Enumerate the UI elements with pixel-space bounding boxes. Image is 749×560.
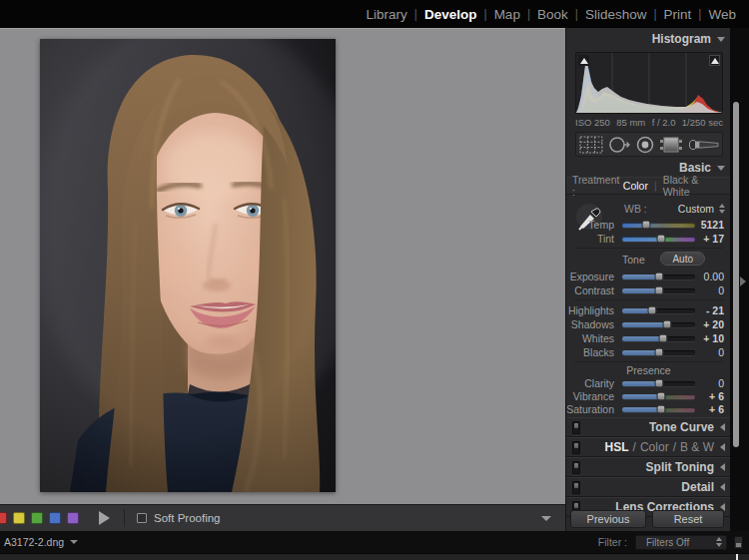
panel-button-row: Previous Reset — [566, 509, 731, 529]
label-swatch-red[interactable] — [0, 512, 7, 524]
previous-button[interactable]: Previous — [570, 510, 646, 528]
temp-slider-thumb[interactable] — [642, 221, 651, 230]
saturation-label: Saturation — [566, 403, 618, 415]
basic-title: Basic — [679, 161, 711, 175]
photo-preview[interactable] — [40, 39, 336, 492]
soft-proofing-checkbox[interactable] — [137, 513, 147, 523]
collapse-triangle-icon — [717, 166, 725, 171]
panel-toggle-switch[interactable] — [572, 461, 580, 474]
shadows-slider-row: Shadows + 20 — [566, 317, 731, 331]
module-separator: | — [696, 7, 703, 21]
spot-removal-icon[interactable] — [608, 136, 630, 154]
module-separator: | — [525, 7, 532, 21]
adjustment-brush-icon[interactable] — [689, 137, 719, 153]
label-swatch-purple[interactable] — [67, 512, 79, 524]
tone-curve-panel-header[interactable]: Tone Curve — [566, 417, 731, 437]
histogram-panel-header[interactable]: Histogram — [566, 30, 731, 48]
whites-label: Whites — [566, 332, 618, 344]
label-swatch-blue[interactable] — [49, 512, 61, 524]
contrast-slider-thumb[interactable] — [654, 286, 663, 295]
whites-slider-thumb[interactable] — [658, 334, 667, 343]
shadows-slider-thumb[interactable] — [662, 320, 671, 329]
expand-triangle-icon — [720, 443, 725, 451]
wb-label: WB : — [624, 203, 647, 215]
filter-dropdown[interactable]: Filters Off — [635, 535, 727, 550]
blacks-slider[interactable] — [622, 350, 695, 355]
tint-label: Tint — [566, 233, 618, 245]
label-swatch-yellow[interactable] — [13, 512, 25, 524]
shadows-value: + 20 — [699, 318, 731, 330]
shadows-slider[interactable] — [622, 322, 695, 327]
filter-value: Filters Off — [646, 537, 689, 548]
filmstrip-filter-switch[interactable] — [734, 536, 743, 549]
right-edge-strip — [730, 28, 749, 531]
vibrance-slider-row: Vibrance + 6 — [566, 389, 731, 403]
panel-toggle-switch[interactable] — [572, 481, 580, 494]
current-filename: A3172-2.dng — [4, 536, 64, 548]
saturation-slider-thumb[interactable] — [656, 405, 665, 414]
filter-spinner-icon — [716, 537, 722, 547]
module-library[interactable]: Library — [362, 7, 412, 22]
play-icon[interactable] — [99, 511, 110, 525]
treatment-color-option[interactable]: Color — [623, 180, 648, 192]
contrast-slider[interactable] — [622, 288, 695, 293]
module-book[interactable]: Book — [532, 7, 573, 22]
hsl-panel-header[interactable]: HSL / Color / B & W — [566, 437, 731, 457]
highlight-clipping-indicator[interactable] — [709, 55, 720, 66]
panel-show-hide-arrow-icon[interactable] — [740, 277, 746, 286]
whites-slider[interactable] — [622, 336, 695, 341]
red-eye-correction-icon[interactable] — [636, 136, 654, 154]
graduated-filter-icon[interactable] — [660, 136, 684, 154]
module-picker: Library | Develop | Map | Book | Slidesh… — [0, 0, 749, 28]
saturation-slider[interactable] — [622, 407, 695, 412]
panel-toggle-switch[interactable] — [572, 421, 580, 434]
presence-section-header: Presence — [566, 364, 731, 376]
hsl-bw-option[interactable]: B & W — [680, 440, 714, 454]
filename-menu[interactable]: A3172-2.dng — [4, 536, 78, 548]
vibrance-slider-thumb[interactable] — [656, 392, 665, 401]
vibrance-value: + 6 — [699, 390, 731, 402]
shadow-clipping-indicator[interactable] — [578, 55, 589, 66]
panel-scrollbar[interactable] — [733, 102, 739, 447]
tone-section-header: Tone Auto — [566, 252, 731, 268]
exposure-slider-row: Exposure 0.00 — [566, 270, 731, 283]
wb-preset-dropdown[interactable]: Custom — [678, 203, 725, 215]
temp-slider[interactable] — [622, 223, 695, 228]
split-toning-panel-header[interactable]: Split Toning — [566, 457, 731, 477]
wb-value: Custom — [678, 203, 714, 215]
exposure-slider[interactable] — [622, 275, 695, 280]
clarity-value: 0 — [699, 377, 731, 389]
highlights-label: Highlights — [566, 304, 618, 316]
tint-slider-thumb[interactable] — [656, 235, 665, 244]
panel-toggle-switch[interactable] — [572, 441, 580, 454]
hsl-title[interactable]: HSL — [605, 440, 629, 454]
toolbar-options-caret-icon[interactable] — [541, 516, 551, 521]
tint-slider[interactable] — [622, 237, 695, 242]
filmstrip-top-edge — [0, 553, 749, 560]
shadows-label: Shadows — [566, 318, 618, 330]
module-separator: | — [651, 7, 658, 21]
module-develop[interactable]: Develop — [419, 7, 482, 22]
module-slideshow[interactable]: Slideshow — [580, 7, 652, 22]
module-map[interactable]: Map — [489, 7, 525, 22]
detail-panel-header[interactable]: Detail — [566, 477, 731, 497]
clarity-slider-thumb[interactable] — [654, 379, 663, 388]
exposure-slider-thumb[interactable] — [654, 273, 663, 281]
clarity-slider[interactable] — [622, 381, 695, 386]
module-web[interactable]: Web — [703, 7, 741, 22]
reset-button[interactable]: Reset — [652, 510, 724, 528]
auto-tone-button[interactable]: Auto — [660, 252, 705, 266]
module-print[interactable]: Print — [659, 7, 697, 22]
highlights-slider[interactable] — [622, 308, 695, 313]
label-swatch-green[interactable] — [31, 512, 43, 524]
blacks-value: 0 — [699, 346, 731, 358]
hsl-color-option[interactable]: Color — [640, 440, 669, 454]
treatment-bw-option[interactable]: Black & White — [663, 174, 725, 198]
crop-overlay-icon[interactable] — [579, 136, 603, 154]
filename-caret-icon — [70, 540, 78, 544]
whites-slider-row: Whites + 10 — [566, 331, 731, 345]
vibrance-slider[interactable] — [622, 394, 695, 399]
highlights-slider-thumb[interactable] — [647, 306, 656, 315]
histogram-display[interactable] — [575, 52, 723, 114]
blacks-slider-thumb[interactable] — [654, 348, 663, 357]
